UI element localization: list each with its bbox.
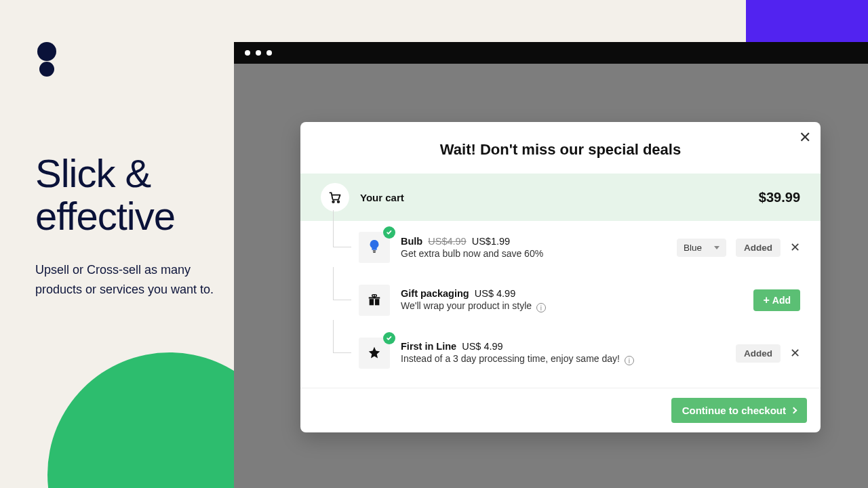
svg-point-1 (338, 201, 340, 203)
info-icon[interactable]: i (625, 356, 634, 365)
item-title: First in Line US$ 4.99 (401, 341, 736, 352)
list-item: Bulb US$4.99 US$1.99 Get extra bulb now … (321, 221, 800, 274)
gift-icon (359, 285, 390, 316)
cart-total: $39.99 (759, 190, 800, 205)
list-item: Gift packaging US$ 4.99 We'll wrap your … (321, 274, 800, 327)
add-button[interactable]: + Add (753, 289, 800, 311)
svg-point-0 (332, 201, 334, 203)
svg-rect-4 (370, 299, 374, 305)
item-description: We'll wrap your product in style i (401, 300, 753, 313)
hero-subtext: Upsell or Cross-sell as many products or… (35, 260, 225, 300)
svg-rect-2 (373, 251, 376, 251)
list-item: First in Line US$ 4.99 Instead of a 3 da… (321, 327, 800, 380)
modal-title: Wait! Don't miss our special deals (300, 122, 821, 174)
remove-button[interactable]: ✕ (790, 347, 800, 359)
checkmark-icon (383, 226, 395, 239)
item-description: Get extra bulb now and save 60% (401, 248, 677, 259)
logo (37, 42, 56, 77)
status-badge: Added (736, 239, 781, 257)
star-icon (359, 338, 390, 369)
info-icon[interactable]: i (536, 303, 546, 312)
item-title: Gift packaging US$ 4.99 (401, 288, 753, 299)
remove-button[interactable]: ✕ (790, 241, 800, 253)
bulb-icon (359, 232, 390, 263)
checkmark-icon (383, 332, 395, 344)
upsell-items: Bulb US$4.99 US$1.99 Get extra bulb now … (300, 221, 821, 388)
hero-headline: Slick & effective (35, 152, 225, 237)
cart-summary: Your cart $39.99 (300, 174, 821, 221)
cart-icon (321, 183, 349, 211)
upsell-modal: ✕ Wait! Don't miss our special deals You… (300, 122, 821, 432)
continue-to-checkout-button[interactable]: Continue to checkout (671, 398, 807, 423)
close-icon[interactable]: ✕ (799, 130, 811, 145)
status-badge: Added (736, 344, 781, 363)
svg-rect-3 (373, 252, 376, 253)
item-title: Bulb US$4.99 US$1.99 (401, 236, 677, 247)
chevron-down-icon (714, 246, 719, 249)
browser-titlebar (234, 42, 868, 64)
item-description: Instead of a 3 day processing time, enjo… (401, 353, 736, 366)
cart-label: Your cart (360, 192, 404, 203)
variant-select[interactable]: Blue (677, 239, 726, 257)
chevron-right-icon (791, 407, 797, 414)
svg-rect-5 (375, 299, 379, 305)
